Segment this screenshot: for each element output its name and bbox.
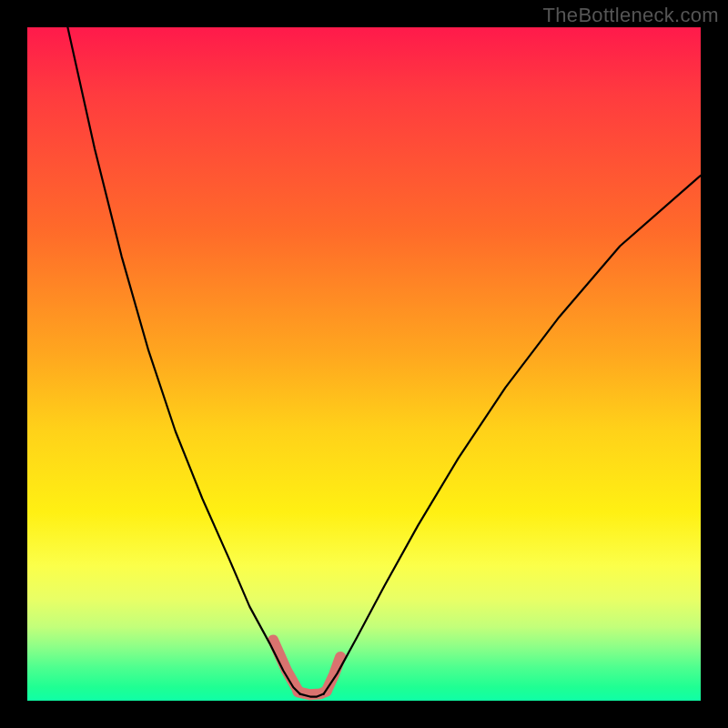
highlight-overlay xyxy=(273,640,340,694)
plot-area xyxy=(27,27,701,701)
watermark-text: TheBottleneck.com xyxy=(543,4,719,27)
bottleneck-curves xyxy=(67,27,701,697)
series-left-branch xyxy=(67,27,299,694)
series-right-branch xyxy=(324,176,701,694)
highlight-seg-0 xyxy=(273,640,298,691)
chart-frame: TheBottleneck.com xyxy=(0,0,728,728)
curve-layer xyxy=(27,27,701,701)
